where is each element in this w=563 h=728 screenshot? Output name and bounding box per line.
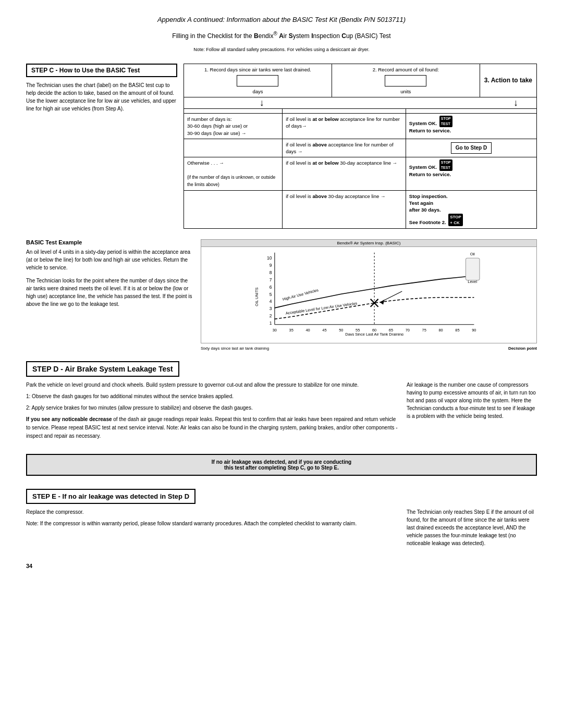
- oil-condition-1a: if oil level is at or below acceptance l…: [283, 114, 406, 139]
- record-input-2: [336, 75, 475, 87]
- step-e-header: STEP E - If no air leakage was detected …: [26, 489, 195, 504]
- units-input-field[interactable]: [385, 75, 426, 87]
- chart-caption-left: Sixty days since last air tank draining: [201, 346, 269, 351]
- record-box-2-title: 2. Record amount of oil found:: [336, 67, 475, 72]
- col-action-header: [406, 109, 536, 113]
- warning-box: If no air leakage was detected, and if y…: [26, 454, 537, 476]
- page-subtitle: Filling in the Checklist for the Bendix®…: [26, 31, 537, 40]
- step-e-section: STEP E - If no air leakage was detected …: [26, 489, 537, 547]
- middle-section: BASIC Test Example An oil level of 4 uni…: [26, 239, 537, 351]
- basic-test-text1: An oil level of 4 units in a sixty-day p…: [26, 248, 193, 272]
- chart-title: Bendix® Air System Insp. (BASIC): [201, 240, 536, 247]
- go-step-d-label: Go to Step D: [451, 142, 492, 154]
- svg-text:70: 70: [406, 328, 410, 332]
- days-input-field[interactable]: [237, 75, 278, 87]
- basic-test-text2: The Technician looks for the point where…: [26, 277, 193, 308]
- svg-text:10: 10: [267, 256, 272, 261]
- svg-text:90: 90: [472, 328, 476, 332]
- svg-text:1: 1: [270, 320, 272, 326]
- svg-text:75: 75: [422, 328, 426, 332]
- top-section: STEP C - How to Use the BASIC Test The T…: [26, 64, 537, 229]
- warning-line1: If no air leakage was detected, and if y…: [33, 459, 530, 465]
- action-2b: Stop inspection.Test againafter 30 days.…: [406, 191, 536, 228]
- step-e-para1: Replace the compressor.: [26, 508, 399, 516]
- action-1a: System OK. STOPTEST Return to service.: [406, 114, 536, 139]
- basic-test-title: BASIC Test Example: [26, 239, 193, 245]
- step-e-right: The Technician only reaches Step E if th…: [407, 508, 537, 547]
- svg-text:Level: Level: [468, 279, 477, 284]
- oil-condition-2a: if oil level is at or below 30-day accep…: [283, 157, 406, 190]
- svg-text:7: 7: [270, 277, 272, 282]
- step-d-para2: 1: Observe the dash gauges for two addit…: [26, 392, 399, 401]
- svg-text:Days Since Last Air Tank Drain: Days Since Last Air Tank Draining: [345, 332, 403, 336]
- chart-container: Bendix® Air System Insp. (BASIC) 1 2 3 4…: [201, 239, 537, 343]
- svg-text:8: 8: [270, 270, 272, 275]
- svg-text:80: 80: [438, 328, 443, 332]
- step-d-para3: 2: Apply service brakes for two minutes …: [26, 404, 399, 412]
- page-note: Note: Follow all standard safety precaut…: [26, 47, 537, 52]
- step-c-header: STEP C - How to Use the BASIC Test: [26, 64, 177, 77]
- oil-condition-2b: if oil level is above 30-day acceptance …: [283, 191, 406, 228]
- page-title: Appendix A continued: Information about …: [26, 16, 537, 23]
- svg-text:50: 50: [339, 328, 343, 332]
- record-input-1: [188, 75, 327, 87]
- decision-row-1a: If number of days is: 30-60 days (high a…: [184, 114, 536, 139]
- step-d-para1: Park the vehicle on level ground and cho…: [26, 381, 399, 389]
- step-d-section: STEP D - Air Brake System Leakage Test P…: [26, 361, 537, 443]
- step-d-right: Air leakage is the number one cause of c…: [407, 381, 537, 443]
- record-box-1-title: 1. Record days since air tanks were last…: [188, 67, 327, 72]
- record-box-2-unit: units: [336, 89, 475, 94]
- condition-1: If number of days is: 30-60 days (high a…: [184, 114, 283, 139]
- page-number: 34: [26, 563, 537, 569]
- step-e-left: Replace the compressor. Note: If the com…: [26, 508, 399, 547]
- step-d-layout: Park the vehicle on level ground and cho…: [26, 381, 537, 443]
- svg-text:30: 30: [273, 328, 277, 332]
- svg-text:Oil: Oil: [470, 252, 475, 256]
- svg-text:40: 40: [305, 328, 310, 332]
- decision-row-2b: if oil level is above 30-day acceptance …: [184, 191, 536, 228]
- record-box-1-unit: days: [188, 89, 327, 94]
- action-1b: Go to Step D: [406, 139, 536, 157]
- step-e-para2: Note: If the compressor is within warran…: [26, 520, 399, 528]
- svg-rect-34: [466, 258, 480, 280]
- action-title: 3. Action to take: [484, 76, 532, 85]
- svg-text:OIL UNITS: OIL UNITS: [254, 288, 259, 306]
- step-d-header: STEP D - Air Brake System Leakage Test: [26, 361, 179, 377]
- step-e-text: Replace the compressor. Note: If the com…: [26, 508, 399, 528]
- right-middle: Bendix® Air System Insp. (BASIC) 1 2 3 4…: [201, 239, 537, 351]
- step-d-text: Park the vehicle on level ground and cho…: [26, 381, 399, 440]
- col-condition-header: [184, 109, 283, 113]
- action-2a: System OK. STOPTEST Return to service.: [406, 157, 536, 190]
- decision-row-2a: Otherwise . . . → (if the number of days…: [184, 157, 536, 190]
- svg-text:2: 2: [270, 313, 272, 318]
- step-e-layout: Replace the compressor. Note: If the com…: [26, 508, 537, 547]
- condition-1b-empty: [184, 139, 283, 157]
- decision-header-row: [184, 109, 536, 114]
- decision-grid: If number of days is: 30-60 days (high a…: [183, 108, 537, 229]
- svg-text:5: 5: [270, 292, 272, 297]
- condition-2b-empty: [184, 191, 283, 228]
- step-d-left: Park the vehicle on level ground and cho…: [26, 381, 399, 443]
- col-oil-header: [283, 109, 406, 113]
- svg-marker-33: [380, 300, 385, 305]
- svg-text:9: 9: [270, 263, 272, 268]
- left-middle: BASIC Test Example An oil level of 4 uni…: [26, 239, 193, 351]
- svg-text:4: 4: [270, 299, 272, 304]
- step-d-para4: If you see any noticeable decrease of th…: [26, 415, 399, 440]
- action-box: 3. Action to take: [480, 64, 537, 97]
- oil-condition-1b: if oil level is above acceptance line fo…: [283, 139, 406, 157]
- page-content: Appendix A continued: Information about …: [26, 16, 537, 569]
- svg-text:35: 35: [289, 328, 293, 332]
- decision-row-1b: if oil level is above acceptance line fo…: [184, 139, 536, 158]
- svg-text:85: 85: [455, 328, 459, 332]
- step-c-box: STEP C - How to Use the BASIC Test The T…: [26, 64, 177, 113]
- warning-line2: this test after completing Step C, go to…: [33, 465, 530, 471]
- condition-2: Otherwise . . . → (if the number of days…: [184, 157, 283, 190]
- svg-text:3: 3: [270, 306, 272, 311]
- decision-area: 1. Record days since air tanks were last…: [183, 64, 537, 229]
- chart-caption-right: Decision point: [508, 346, 537, 351]
- basic-chart-svg: 1 2 3 4 5 6 7 8 9 10 OIL UNITS 30 35: [201, 247, 536, 336]
- step-c-text: The Technician uses the chart (label) on…: [26, 81, 177, 113]
- svg-text:6: 6: [270, 285, 272, 290]
- svg-text:45: 45: [322, 328, 326, 332]
